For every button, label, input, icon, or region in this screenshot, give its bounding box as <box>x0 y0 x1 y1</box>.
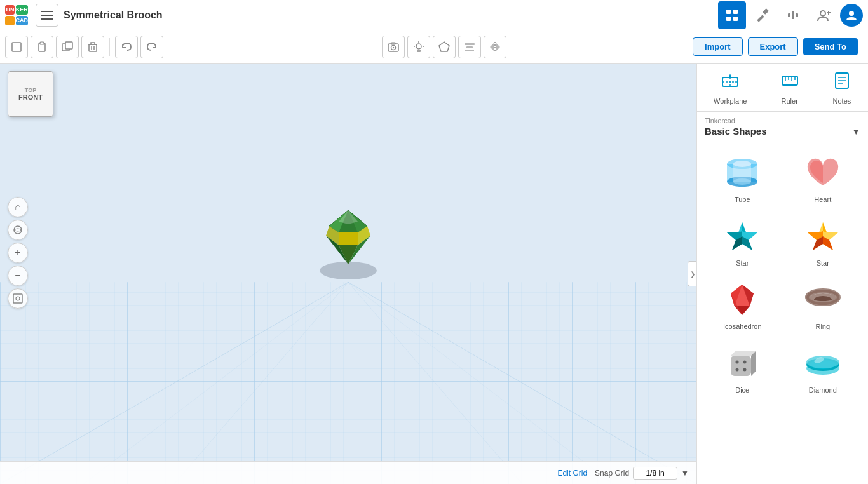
new-button[interactable] <box>5 36 28 58</box>
mirror-button[interactable] <box>484 36 506 58</box>
star-yellow-icon <box>803 216 843 257</box>
svg-point-15 <box>849 11 854 16</box>
shape-star-yellow[interactable]: Star <box>786 211 859 272</box>
svg-point-12 <box>820 11 825 16</box>
svg-point-105 <box>736 361 739 364</box>
svg-rect-51 <box>13 294 22 303</box>
svg-rect-3 <box>726 10 731 14</box>
cube-top-label: TOP <box>25 87 36 93</box>
zoom-out-button[interactable]: − <box>8 266 28 286</box>
svg-point-26 <box>393 46 394 48</box>
notes-label: Notes <box>833 97 851 105</box>
toolbar: Import Export Send To <box>0 30 868 64</box>
project-title[interactable]: Symmetrical Brooch <box>64 10 718 21</box>
left-controls: ⌂ + − <box>8 197 28 309</box>
align-button[interactable] <box>458 36 481 58</box>
shape-star-blue[interactable]: Star <box>706 211 779 272</box>
center-tools <box>382 36 506 58</box>
star-blue-icon <box>722 216 763 257</box>
svg-point-52 <box>16 297 20 300</box>
grid-view-button[interactable] <box>718 1 746 29</box>
ring-icon <box>803 279 843 320</box>
shape-icosahedron[interactable]: Icosahedron <box>706 274 779 335</box>
svg-rect-11 <box>796 13 798 17</box>
add-user-button[interactable] <box>810 1 837 29</box>
icosahedron-label: Icosahedron <box>723 323 762 330</box>
toolbar-right: Import Export Send To <box>693 37 858 56</box>
import-button[interactable]: Import <box>693 37 742 56</box>
topbar: TIN KER CAD Symmetrical Brooch <box>0 0 868 30</box>
panel-top-icons: Workplane Ruler <box>697 64 868 112</box>
logo-cad: CAD <box>16 16 29 25</box>
orbit-button[interactable] <box>8 220 28 240</box>
edit-grid-label[interactable]: Edit Grid <box>557 469 587 478</box>
panel-collapse-button[interactable]: ❯ <box>688 261 696 286</box>
sendto-button[interactable]: Send To <box>803 38 858 55</box>
svg-marker-59 <box>339 232 358 245</box>
gem-3d-object[interactable] <box>310 198 386 283</box>
camera-button[interactable] <box>382 36 405 58</box>
svg-rect-102 <box>731 356 751 376</box>
svg-point-106 <box>743 361 747 364</box>
shape-ring[interactable]: Ring <box>786 274 859 335</box>
redo-button[interactable] <box>140 36 163 58</box>
shapes-row-2: Icosahedron Ring <box>702 274 863 335</box>
svg-rect-6 <box>733 17 738 21</box>
doc-menu-button[interactable] <box>36 4 58 27</box>
svg-rect-16 <box>12 43 21 51</box>
viewport[interactable]: TOP FRONT ⌂ + − <box>0 64 696 484</box>
svg-point-108 <box>743 368 747 372</box>
delete-button[interactable] <box>81 36 104 58</box>
toolbar-separator-1 <box>109 38 110 56</box>
duplicate-button[interactable] <box>56 36 79 58</box>
shapes-row-1: Star Star <box>702 211 863 272</box>
fit-view-button[interactable] <box>8 288 28 309</box>
category-dropdown-button[interactable]: ▼ <box>851 126 860 137</box>
svg-rect-8 <box>763 8 769 15</box>
snap-dropdown-icon[interactable]: ▼ <box>681 469 689 478</box>
svg-point-28 <box>416 44 421 49</box>
category-selector: Tinkercad Basic Shapes ▼ <box>697 112 868 142</box>
star-yellow-label: Star <box>817 259 829 267</box>
svg-rect-4 <box>733 10 738 14</box>
svg-marker-33 <box>439 42 449 51</box>
diamond-label: Diamond <box>809 386 837 394</box>
tube-icon <box>722 152 763 193</box>
diamond-icon <box>803 343 843 384</box>
undo-button[interactable] <box>115 36 138 58</box>
shape-tube[interactable]: Tube <box>706 147 779 208</box>
ruler-icon <box>780 71 799 95</box>
svg-point-107 <box>736 368 739 372</box>
bottom-bar: Edit Grid Snap Grid ▼ <box>0 461 696 484</box>
svg-marker-39 <box>496 43 500 51</box>
sim-view-button[interactable] <box>779 1 807 29</box>
ruler-button[interactable]: Ruler <box>773 69 807 111</box>
light-button[interactable] <box>407 36 430 58</box>
svg-rect-43 <box>0 282 696 484</box>
svg-rect-5 <box>726 17 731 21</box>
snap-value-input[interactable] <box>633 467 677 480</box>
profile-button[interactable] <box>840 4 863 27</box>
shape-heart[interactable]: Heart <box>786 147 859 208</box>
category-name-label: Basic Shapes <box>705 126 767 137</box>
svg-rect-20 <box>65 42 72 49</box>
logo-blank <box>5 16 15 25</box>
workplane-button[interactable]: Workplane <box>706 69 754 111</box>
shape-dice[interactable]: Dice <box>706 338 779 399</box>
shape-diamond[interactable]: Diamond <box>786 338 859 399</box>
notes-button[interactable]: Notes <box>825 69 859 111</box>
export-button[interactable]: Export <box>748 37 798 56</box>
logo-ker: KER <box>16 5 29 15</box>
workplane-icon <box>721 71 740 95</box>
right-panel: Workplane Ruler <box>696 64 868 484</box>
clipboard-button[interactable] <box>31 36 53 58</box>
dice-icon <box>722 343 763 384</box>
category-group-label: Tinkercad <box>705 117 860 124</box>
build-view-button[interactable] <box>749 1 776 29</box>
zoom-in-button[interactable]: + <box>8 243 28 263</box>
heart-label: Heart <box>814 196 831 203</box>
view-cube[interactable]: TOP FRONT <box>8 71 58 122</box>
shape-button[interactable] <box>433 36 456 58</box>
svg-rect-0 <box>41 11 53 12</box>
home-view-button[interactable]: ⌂ <box>8 197 28 217</box>
